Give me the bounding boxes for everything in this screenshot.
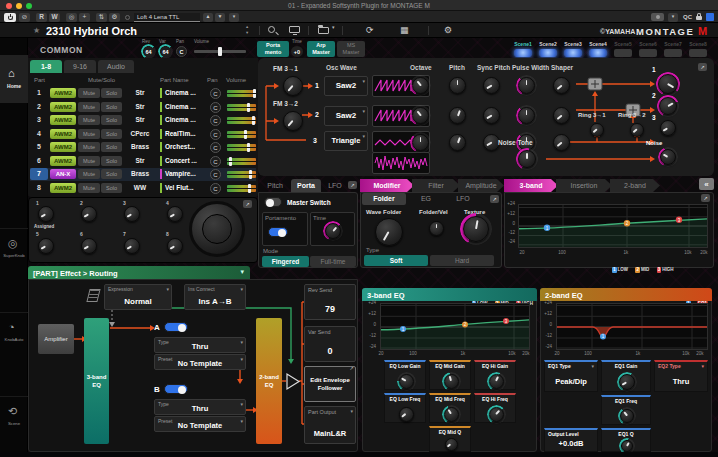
solo-button[interactable]: Solo <box>101 129 122 139</box>
bypass-button[interactable]: ⊘ <box>19 13 30 22</box>
rev-send-knob[interactable]: 64 <box>143 46 154 57</box>
osc1-shaper-knob[interactable] <box>553 77 570 94</box>
eq-hi-freq-knob[interactable] <box>489 407 504 422</box>
tab-pitch[interactable]: Pitch <box>260 179 290 192</box>
osc3-pitch-knob[interactable] <box>449 134 466 151</box>
eq1-q-knob[interactable] <box>621 440 633 452</box>
fm-3-2-knob[interactable] <box>283 111 303 131</box>
portamento-button[interactable]: Porta mento <box>257 41 289 57</box>
scene6-button[interactable] <box>639 49 657 57</box>
part-pan-knob[interactable]: C <box>210 169 221 180</box>
noise-tone-knob[interactable] <box>518 150 536 168</box>
part-pan-knob[interactable]: C <box>210 156 221 167</box>
snapshot-menu-button[interactable]: ▾ <box>668 13 678 22</box>
transfer-button[interactable]: ⇅ <box>96 13 107 22</box>
eq-top-expand-icon[interactable]: ↗ <box>701 194 710 202</box>
porta-expand-icon[interactable]: ↗ <box>348 181 357 189</box>
part-volume-slider[interactable] <box>227 117 256 124</box>
part-volume-slider[interactable] <box>227 131 256 138</box>
mute-button[interactable]: Mute <box>78 183 100 193</box>
var-send-box[interactable]: Var Send0 <box>304 326 356 362</box>
part-volume-slider[interactable] <box>227 90 256 97</box>
settings-button[interactable]: ⚙ <box>109 13 120 22</box>
patch-stepper[interactable]: ▴ ▾ <box>246 24 248 36</box>
sidebar-item-knobauto[interactable]: ◔ KnobAuto <box>0 312 28 356</box>
osc1-level-knob[interactable] <box>658 74 678 94</box>
osc3-shaper-knob[interactable] <box>553 134 570 151</box>
part-output-box[interactable]: Part Output ▾ MainL&R <box>304 406 356 444</box>
folder-vel-knob[interactable] <box>429 221 444 236</box>
collapse-panel-button[interactable]: « <box>699 178 714 190</box>
part-row-4[interactable]: 4 AWM2 Mute Solo CPerc RealTim... C <box>30 128 256 141</box>
part-volume-slider[interactable] <box>227 144 256 151</box>
mute-button[interactable]: Mute <box>78 88 100 98</box>
part-name[interactable]: Vel Flut... <box>160 183 207 193</box>
eq1-freq-knob[interactable] <box>620 409 634 423</box>
patch-down-icon[interactable]: ▾ <box>246 30 248 36</box>
osc3-level-knob[interactable] <box>660 120 676 136</box>
solo-button[interactable]: Solo <box>101 156 122 166</box>
eq-mid-gain-knob[interactable] <box>444 374 459 389</box>
osc2-level-knob[interactable] <box>659 97 677 115</box>
hard-button[interactable]: Hard <box>430 255 494 266</box>
part-number[interactable]: 4 <box>30 128 48 140</box>
part-name[interactable]: Cinema ... <box>160 115 207 125</box>
part-volume-slider[interactable] <box>227 171 256 178</box>
solo-button[interactable]: Solo <box>101 183 122 193</box>
part-row-3[interactable]: 3 AWM2 Mute Solo Str Cinema ... C <box>30 114 256 127</box>
solo-button[interactable]: Solo <box>101 169 122 179</box>
add-button[interactable]: + <box>79 13 90 22</box>
color-swatch[interactable] <box>706 13 714 21</box>
oscillator-expand-icon[interactable]: ↗ <box>698 63 707 71</box>
mute-button[interactable]: Mute <box>78 102 100 112</box>
eq-mid-freq-knob[interactable] <box>444 407 459 422</box>
subtab-eg[interactable]: EG <box>407 193 445 205</box>
sidebar-item-home[interactable]: ⌂ Home <box>0 55 28 103</box>
plugin-settings-icon[interactable]: ⚙ <box>444 25 452 35</box>
porta-time-knob[interactable] <box>325 223 341 239</box>
assign-knob-5[interactable] <box>38 238 54 254</box>
tab-parts-9-16[interactable]: 9-16 <box>64 60 96 73</box>
part-name[interactable]: RealTim... <box>160 129 207 139</box>
part-pan-knob[interactable]: C <box>210 183 221 194</box>
knob-panel-expand-icon[interactable]: ↗ <box>243 200 252 208</box>
modifier-expand-icon[interactable]: ↗ <box>490 195 499 203</box>
mute-button[interactable]: Mute <box>78 142 100 152</box>
part-row-8[interactable]: 8 AWM2 Mute Solo WW Vel Flut... C <box>30 182 256 195</box>
osc1-pitch-knob[interactable] <box>449 77 466 94</box>
solo-button[interactable]: Solo <box>101 142 122 152</box>
texture-knob[interactable] <box>463 216 489 242</box>
part-pan-knob[interactable]: C <box>210 129 221 140</box>
part-pan-knob[interactable]: C <box>210 115 221 126</box>
ring-3-2-knob[interactable] <box>630 123 644 137</box>
eq1-type-cell[interactable]: EQ1 Type ▾ Peak/Dip <box>544 360 598 392</box>
wave-folder-knob[interactable] <box>375 218 403 246</box>
ring-3-1-knob[interactable] <box>590 123 604 137</box>
part-pan-knob[interactable]: C <box>210 142 221 153</box>
part-name[interactable]: Orchest... <box>160 142 207 152</box>
part-volume-slider[interactable] <box>227 104 256 111</box>
osc2-pulse-width-knob[interactable] <box>518 107 535 124</box>
volume-slider[interactable] <box>194 50 246 53</box>
snapshot-icon[interactable] <box>651 13 664 21</box>
part-name[interactable]: Concert ... <box>160 156 207 166</box>
part-volume-slider[interactable] <box>227 185 256 192</box>
super-knob[interactable] <box>189 201 245 257</box>
tab-parts-audio[interactable]: Audio <box>98 60 134 73</box>
master-switch-toggle[interactable] <box>264 197 282 207</box>
monitor-icon[interactable] <box>289 26 300 33</box>
mute-button[interactable]: Mute <box>78 169 100 179</box>
soft-button[interactable]: Soft <box>364 255 428 266</box>
part-pan-knob[interactable]: C <box>210 102 221 113</box>
output-level-cell[interactable]: Output Level +0.0dB <box>544 428 598 452</box>
part-number[interactable]: 7 <box>30 168 48 180</box>
osc3-wave-select[interactable]: ▾ Triangle <box>324 131 368 151</box>
scene8-button[interactable] <box>689 49 707 57</box>
scene3-button[interactable] <box>564 49 582 57</box>
eq2-type-cell[interactable]: EQ2 Type ▾ Thru <box>654 360 708 392</box>
favorite-star-icon[interactable]: ★ <box>33 26 40 35</box>
tab-porta[interactable]: Porta <box>291 179 321 192</box>
osc2-sync-pitch-knob[interactable] <box>483 107 500 124</box>
subtab-lfo[interactable]: LFO <box>446 193 480 205</box>
part-number[interactable]: 3 <box>30 114 48 126</box>
